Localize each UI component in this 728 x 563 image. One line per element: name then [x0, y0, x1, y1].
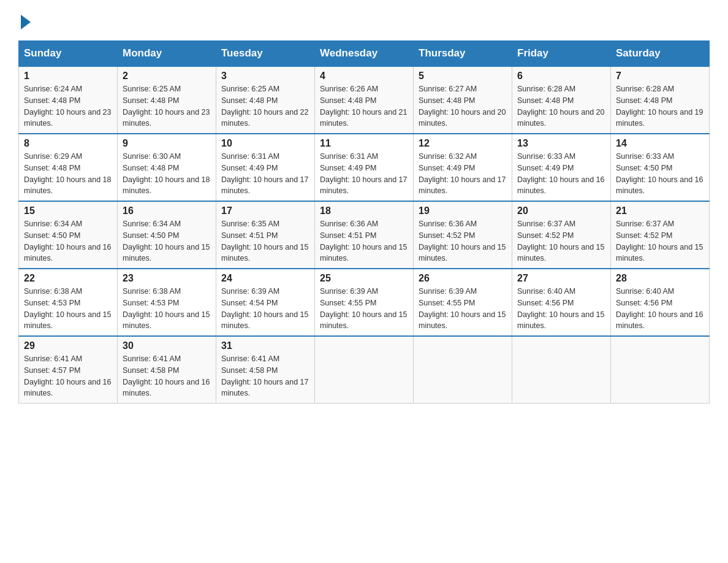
day-number: 2 — [123, 71, 211, 82]
day-cell — [414, 336, 512, 404]
day-cell: 30Sunrise: 6:41 AMSunset: 4:58 PMDayligh… — [118, 336, 216, 404]
day-info: Sunrise: 6:39 AMSunset: 4:55 PMDaylight:… — [419, 286, 507, 332]
header-row: SundayMondayTuesdayWednesdayThursdayFrid… — [19, 41, 710, 67]
header — [18, 12, 710, 29]
column-header-saturday: Saturday — [611, 41, 710, 67]
day-cell: 6Sunrise: 6:28 AMSunset: 4:48 PMDaylight… — [512, 66, 611, 134]
logo-arrow-icon — [21, 15, 31, 29]
day-info: Sunrise: 6:30 AMSunset: 4:48 PMDaylight:… — [123, 151, 211, 197]
day-number: 17 — [221, 205, 309, 216]
day-info: Sunrise: 6:41 AMSunset: 4:58 PMDaylight:… — [123, 353, 211, 399]
logo — [18, 12, 31, 29]
column-header-wednesday: Wednesday — [315, 41, 414, 67]
day-cell: 27Sunrise: 6:40 AMSunset: 4:56 PMDayligh… — [512, 269, 611, 336]
day-number: 25 — [320, 273, 408, 284]
day-info: Sunrise: 6:24 AMSunset: 4:48 PMDaylight:… — [24, 83, 112, 129]
day-number: 11 — [320, 138, 408, 149]
day-number: 31 — [221, 340, 309, 351]
day-cell: 2Sunrise: 6:25 AMSunset: 4:48 PMDaylight… — [118, 66, 216, 134]
day-number: 3 — [221, 71, 309, 82]
day-info: Sunrise: 6:26 AMSunset: 4:48 PMDaylight:… — [320, 83, 408, 129]
day-info: Sunrise: 6:36 AMSunset: 4:51 PMDaylight:… — [320, 218, 408, 264]
day-cell: 22Sunrise: 6:38 AMSunset: 4:53 PMDayligh… — [19, 269, 118, 336]
week-row-3: 15Sunrise: 6:34 AMSunset: 4:50 PMDayligh… — [19, 201, 710, 269]
day-info: Sunrise: 6:33 AMSunset: 4:49 PMDaylight:… — [517, 151, 605, 197]
day-number: 1 — [24, 71, 112, 82]
day-number: 29 — [24, 340, 112, 351]
day-number: 10 — [221, 138, 309, 149]
day-info: Sunrise: 6:39 AMSunset: 4:55 PMDaylight:… — [320, 286, 408, 332]
day-cell: 25Sunrise: 6:39 AMSunset: 4:55 PMDayligh… — [315, 269, 414, 336]
day-number: 9 — [123, 138, 211, 149]
column-header-tuesday: Tuesday — [216, 41, 315, 67]
day-cell: 19Sunrise: 6:36 AMSunset: 4:52 PMDayligh… — [414, 201, 512, 269]
day-info: Sunrise: 6:37 AMSunset: 4:52 PMDaylight:… — [616, 218, 704, 264]
day-number: 30 — [123, 340, 211, 351]
day-cell — [315, 336, 414, 404]
day-cell — [611, 336, 710, 404]
day-cell: 7Sunrise: 6:28 AMSunset: 4:48 PMDaylight… — [611, 66, 710, 134]
day-info: Sunrise: 6:27 AMSunset: 4:48 PMDaylight:… — [419, 83, 507, 129]
day-number: 15 — [24, 205, 112, 216]
week-row-2: 8Sunrise: 6:29 AMSunset: 4:48 PMDaylight… — [19, 134, 710, 201]
day-cell: 18Sunrise: 6:36 AMSunset: 4:51 PMDayligh… — [315, 201, 414, 269]
day-cell: 11Sunrise: 6:31 AMSunset: 4:49 PMDayligh… — [315, 134, 414, 201]
week-row-5: 29Sunrise: 6:41 AMSunset: 4:57 PMDayligh… — [19, 336, 710, 404]
day-number: 23 — [123, 273, 211, 284]
day-cell: 1Sunrise: 6:24 AMSunset: 4:48 PMDaylight… — [19, 66, 118, 134]
day-info: Sunrise: 6:31 AMSunset: 4:49 PMDaylight:… — [320, 151, 408, 197]
day-cell — [512, 336, 611, 404]
day-cell: 24Sunrise: 6:39 AMSunset: 4:54 PMDayligh… — [216, 269, 315, 336]
day-info: Sunrise: 6:32 AMSunset: 4:49 PMDaylight:… — [419, 151, 507, 197]
day-number: 6 — [517, 71, 605, 82]
day-cell: 29Sunrise: 6:41 AMSunset: 4:57 PMDayligh… — [19, 336, 118, 404]
day-cell: 9Sunrise: 6:30 AMSunset: 4:48 PMDaylight… — [118, 134, 216, 201]
day-number: 14 — [616, 138, 704, 149]
day-number: 19 — [419, 205, 507, 216]
day-cell: 15Sunrise: 6:34 AMSunset: 4:50 PMDayligh… — [19, 201, 118, 269]
day-cell: 21Sunrise: 6:37 AMSunset: 4:52 PMDayligh… — [611, 201, 710, 269]
day-cell: 16Sunrise: 6:34 AMSunset: 4:50 PMDayligh… — [118, 201, 216, 269]
day-number: 27 — [517, 273, 605, 284]
day-number: 21 — [616, 205, 704, 216]
day-cell: 14Sunrise: 6:33 AMSunset: 4:50 PMDayligh… — [611, 134, 710, 201]
day-info: Sunrise: 6:39 AMSunset: 4:54 PMDaylight:… — [221, 286, 309, 332]
day-cell: 28Sunrise: 6:40 AMSunset: 4:56 PMDayligh… — [611, 269, 710, 336]
day-number: 18 — [320, 205, 408, 216]
day-info: Sunrise: 6:40 AMSunset: 4:56 PMDaylight:… — [517, 286, 605, 332]
day-info: Sunrise: 6:37 AMSunset: 4:52 PMDaylight:… — [517, 218, 605, 264]
day-info: Sunrise: 6:41 AMSunset: 4:58 PMDaylight:… — [221, 353, 309, 399]
day-info: Sunrise: 6:38 AMSunset: 4:53 PMDaylight:… — [24, 286, 112, 332]
day-cell: 13Sunrise: 6:33 AMSunset: 4:49 PMDayligh… — [512, 134, 611, 201]
day-number: 5 — [419, 71, 507, 82]
calendar-table: SundayMondayTuesdayWednesdayThursdayFrid… — [18, 40, 710, 404]
day-cell: 31Sunrise: 6:41 AMSunset: 4:58 PMDayligh… — [216, 336, 315, 404]
column-header-monday: Monday — [118, 41, 216, 67]
day-number: 20 — [517, 205, 605, 216]
day-number: 12 — [419, 138, 507, 149]
day-info: Sunrise: 6:36 AMSunset: 4:52 PMDaylight:… — [419, 218, 507, 264]
day-number: 13 — [517, 138, 605, 149]
day-cell: 5Sunrise: 6:27 AMSunset: 4:48 PMDaylight… — [414, 66, 512, 134]
day-info: Sunrise: 6:25 AMSunset: 4:48 PMDaylight:… — [123, 83, 211, 129]
day-number: 8 — [24, 138, 112, 149]
column-header-thursday: Thursday — [414, 41, 512, 67]
day-info: Sunrise: 6:40 AMSunset: 4:56 PMDaylight:… — [616, 286, 704, 332]
day-cell: 4Sunrise: 6:26 AMSunset: 4:48 PMDaylight… — [315, 66, 414, 134]
column-header-sunday: Sunday — [19, 41, 118, 67]
week-row-1: 1Sunrise: 6:24 AMSunset: 4:48 PMDaylight… — [19, 66, 710, 134]
day-number: 28 — [616, 273, 704, 284]
day-cell: 26Sunrise: 6:39 AMSunset: 4:55 PMDayligh… — [414, 269, 512, 336]
column-header-friday: Friday — [512, 41, 611, 67]
day-cell: 12Sunrise: 6:32 AMSunset: 4:49 PMDayligh… — [414, 134, 512, 201]
day-cell: 10Sunrise: 6:31 AMSunset: 4:49 PMDayligh… — [216, 134, 315, 201]
day-number: 26 — [419, 273, 507, 284]
day-number: 24 — [221, 273, 309, 284]
day-info: Sunrise: 6:33 AMSunset: 4:50 PMDaylight:… — [616, 151, 704, 197]
day-number: 4 — [320, 71, 408, 82]
day-info: Sunrise: 6:38 AMSunset: 4:53 PMDaylight:… — [123, 286, 211, 332]
day-info: Sunrise: 6:28 AMSunset: 4:48 PMDaylight:… — [616, 83, 704, 129]
day-cell: 23Sunrise: 6:38 AMSunset: 4:53 PMDayligh… — [118, 269, 216, 336]
day-cell: 8Sunrise: 6:29 AMSunset: 4:48 PMDaylight… — [19, 134, 118, 201]
day-number: 22 — [24, 273, 112, 284]
